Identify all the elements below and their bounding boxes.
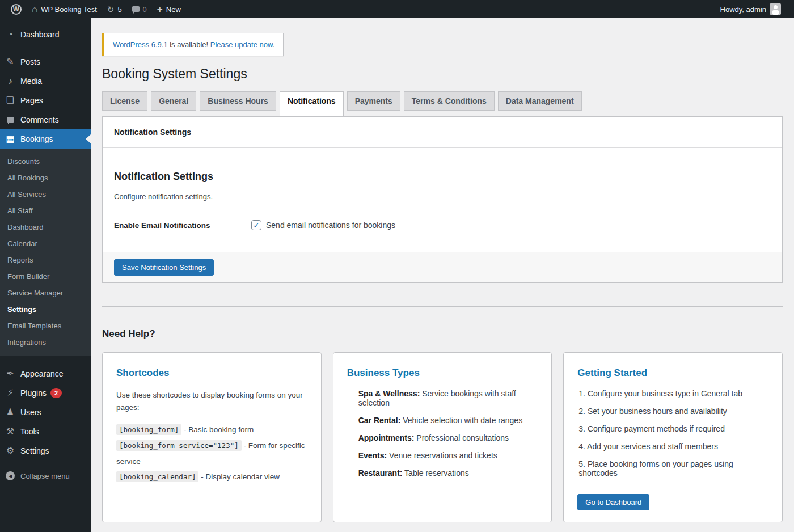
sidebar-subitem-email-templates[interactable]: Email Templates [0,318,91,334]
sidebar-item-comments[interactable]: Comments [0,110,91,129]
shortcode-desc: - Display calendar view [198,472,280,481]
business-type-label: Car Rental: [358,416,401,425]
shortcode-item: [booking_calendar] - Display calendar vi… [116,469,307,485]
sidebar-item-posts[interactable]: ✎ Posts [0,52,91,71]
sidebar-subitem-all-staff[interactable]: All Staff [0,202,91,219]
shortcode-item: [booking_form] - Basic booking form [116,422,307,438]
shortcodes-card-title: Shortcodes [116,368,307,379]
sidebar-item-plugins[interactable]: ⚡ Plugins 2 [0,383,91,403]
sidebar-subitem-integrations[interactable]: Integrations [0,334,91,351]
panel-header: Notification Settings [103,117,782,148]
business-type-label: Events: [358,451,387,460]
help-cards: Shortcodes Use these shortcodes to displ… [102,352,783,522]
site-name: WP Booking Test [41,5,97,14]
business-types-list: Spa & Wellness: Service bookings with st… [347,389,538,478]
tab-license[interactable]: License [102,91,147,111]
tab-general[interactable]: General [151,91,196,111]
sidebar-item-settings[interactable]: ⚙ Settings [0,441,91,461]
sidebar-subitem-discounts[interactable]: Discounts [0,153,91,170]
collapse-menu-label: Collapse menu [20,472,70,480]
sidebar-item-label: Settings [20,446,49,455]
checkbox-checked[interactable]: ✓ [251,220,261,230]
comments-icon [132,6,140,12]
howdy-text: Howdy, admin [720,5,766,14]
getting-started-step: 4. Add your services and staff members [577,442,768,451]
getting-started-step: 5. Place booking forms on your pages usi… [577,459,768,478]
sidebar-subitem-all-bookings[interactable]: All Bookings [0,170,91,186]
sidebar-subitem-all-services[interactable]: All Services [0,186,91,202]
section-divider [102,306,783,307]
go-to-dashboard-button[interactable]: Go to Dashboard [577,494,649,510]
business-type-label: Spa & Wellness: [358,389,420,398]
wordpress-logo-menu[interactable]: W [6,0,27,18]
shortcodes-intro: Use these shortcodes to display booking … [116,389,307,415]
sidebar-item-users[interactable]: ♟ Users [0,403,91,422]
site-name-link[interactable]: ⌂ WP Booking Test [27,0,102,18]
tab-business-hours[interactable]: Business Hours [200,91,276,111]
sliders-icon: ⚙ [0,446,20,455]
sidebar-subitem-form-builder[interactable]: Form Builder [0,268,91,285]
sidebar-item-media[interactable]: ♪ Media [0,71,91,91]
current-menu-arrow [86,134,91,143]
paintbrush-icon: ✒ [0,369,20,378]
field-label: Enable Email Notifications [114,220,251,230]
wrench-icon: ⚒ [0,427,20,436]
section-description: Configure notification settings. [114,192,771,201]
sidebar-item-label: Plugins [20,389,47,398]
pages-icon: ❏ [0,96,20,105]
sidebar-item-label: Dashboard [20,30,60,39]
wordpress-admin: W ⌂ WP Booking Test ↻ 5 0 + New Howdy, a… [0,0,794,532]
sidebar-item-appearance[interactable]: ✒ Appearance [0,364,91,383]
sidebar-item-pages[interactable]: ❏ Pages [0,91,91,110]
plus-icon: + [157,5,163,14]
email-notifications-checkbox-wrap[interactable]: ✓ Send email notifications for bookings [251,220,395,230]
business-type-item: Car Rental: Vehicle selection with date … [358,416,538,425]
sidebar-subitem-dashboard[interactable]: Dashboard [0,219,91,235]
home-icon: ⌂ [32,5,37,14]
shortcodes-card: Shortcodes Use these shortcodes to displ… [102,352,322,522]
collapse-menu-button[interactable]: ◀ Collapse menu [0,466,91,485]
tab-data-management[interactable]: Data Management [498,91,582,111]
new-label: New [166,5,181,14]
business-type-desc: Table reservations [402,468,468,478]
email-notifications-field-row: Enable Email Notifications ✓ Send email … [114,220,771,230]
tab-terms-conditions[interactable]: Terms & Conditions [404,91,495,111]
business-types-card-title: Business Types [347,368,538,379]
getting-started-steps: 1. Configure your business type in Gener… [577,389,768,478]
sidebar-subitem-calendar[interactable]: Calendar [0,235,91,252]
new-content-menu[interactable]: + New [152,0,186,18]
sidebar-item-label: Pages [20,96,43,105]
business-type-label: Appointments: [358,433,415,442]
shortcode-item: [booking_form service="123"] - Form for … [116,438,307,469]
sidebar-item-tools[interactable]: ⚒ Tools [0,422,91,441]
sidebar-subitem-reports[interactable]: Reports [0,252,91,268]
shortcode-list: [booking_form] - Basic booking form [boo… [116,422,307,485]
my-account-menu[interactable]: Howdy, admin [715,0,786,18]
save-notification-settings-button[interactable]: Save Notification Settings [114,259,214,276]
sidebar-item-dashboard[interactable]: ◔ Dashboard [0,25,91,44]
updates-link[interactable]: ↻ 5 [102,0,127,18]
comments-link[interactable]: 0 [127,0,152,18]
sidebar-subitem-settings[interactable]: Settings [0,301,91,318]
tab-notifications[interactable]: Notifications [280,91,344,116]
sidebar-item-label: Appearance [20,369,64,378]
update-nag-notice: WordPress 6.9.1 is available! Please upd… [102,33,284,56]
please-update-link[interactable]: Please update now [210,40,273,49]
collapse-arrow-icon: ◀ [6,471,15,480]
media-icon: ♪ [0,77,20,86]
business-type-item: Spa & Wellness: Service bookings with st… [358,389,538,407]
wordpress-version-link[interactable]: WordPress 6.9.1 [113,40,168,49]
business-types-card: Business Types Spa & Wellness: Service b… [333,352,552,522]
admin-bar: W ⌂ WP Booking Test ↻ 5 0 + New Howdy, a… [0,0,794,18]
getting-started-step: 1. Configure your business type in Gener… [577,389,768,398]
avatar [770,3,781,15]
sidebar-item-bookings[interactable]: ▦ Bookings [0,129,91,149]
business-type-item: Appointments: Professional consultations [358,433,538,442]
comment-bubble-icon [0,115,20,124]
notification-settings-panel: Notification Settings Notification Setti… [102,116,783,283]
business-type-item: Events: Venue reservations and tickets [358,451,538,460]
tab-payments[interactable]: Payments [347,91,400,111]
sidebar-subitem-service-manager[interactable]: Service Manager [0,285,91,301]
bookings-submenu: Discounts All Bookings All Services All … [0,149,91,356]
main-content: WordPress 6.9.1 is available! Please upd… [91,18,794,532]
